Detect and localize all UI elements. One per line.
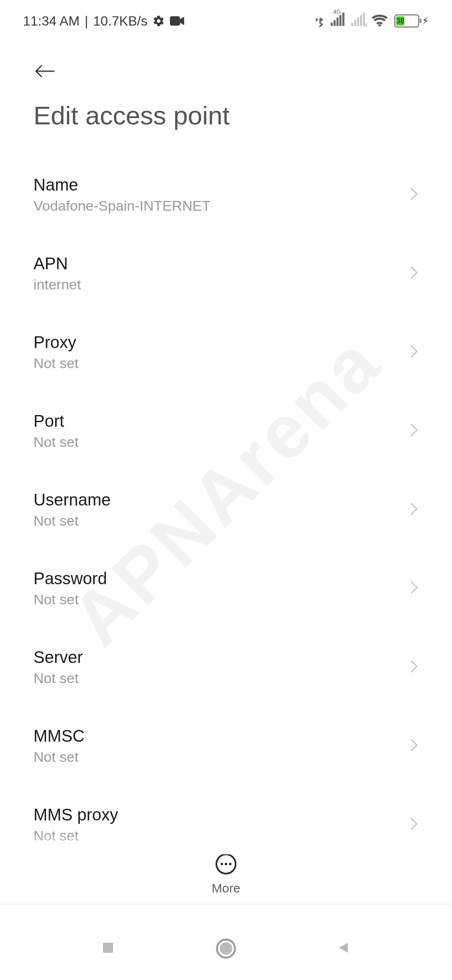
nav-home-button[interactable]: [216, 939, 236, 959]
setting-row-apn[interactable]: APNinternet: [33, 234, 419, 313]
scroll-fade: [0, 833, 452, 854]
setting-value: Not set: [33, 670, 83, 686]
status-bar: 11:34 AM | 10.7KB/s 4G: [0, 0, 452, 42]
setting-row-port[interactable]: PortNot set: [33, 392, 419, 470]
chevron-right-icon: [408, 815, 419, 834]
setting-value: internet: [33, 276, 81, 293]
chevron-right-icon: [408, 186, 419, 204]
setting-row-name[interactable]: NameVodafone-Spain-INTERNET: [33, 155, 419, 234]
bluetooth-icon: [315, 14, 324, 28]
chevron-right-icon: [408, 422, 419, 440]
chevron-right-icon: [408, 658, 419, 676]
setting-label: Server: [33, 648, 83, 667]
battery-icon: 38 ⚡︎: [394, 14, 429, 28]
navigation-bar: [0, 917, 452, 980]
camera-icon: [170, 16, 184, 26]
setting-label: Password: [33, 569, 107, 588]
signal-no-sim-icon: ✕: [351, 14, 365, 28]
setting-value: Not set: [33, 749, 85, 765]
nav-back-button[interactable]: [336, 940, 352, 957]
setting-row-proxy[interactable]: ProxyNot set: [33, 313, 419, 392]
setting-row-username[interactable]: UsernameNot set: [33, 470, 419, 549]
chevron-right-icon: [408, 343, 419, 361]
setting-label: Proxy: [33, 333, 79, 352]
setting-row-server[interactable]: ServerNot set: [33, 628, 419, 707]
setting-row-mmsc[interactable]: MMSCNot set: [33, 707, 419, 785]
settings-list: NameVodafone-Spain-INTERNETAPNinternetPr…: [0, 155, 452, 864]
chevron-right-icon: [408, 500, 419, 519]
setting-value: Not set: [33, 355, 79, 371]
more-label: More: [212, 881, 240, 895]
svg-rect-1: [103, 943, 113, 953]
chevron-right-icon: [408, 579, 419, 598]
setting-row-password[interactable]: PasswordNot set: [33, 549, 419, 628]
nav-recent-button[interactable]: [100, 940, 116, 957]
status-separator: |: [85, 13, 88, 29]
setting-label: APN: [33, 254, 81, 273]
wifi-icon: [372, 15, 388, 27]
charging-icon: ⚡︎: [422, 15, 429, 27]
setting-label: Port: [33, 412, 79, 431]
setting-label: Username: [33, 490, 111, 509]
setting-value: Vodafone-Spain-INTERNET: [33, 198, 211, 214]
signal-4g-icon: 4G: [331, 14, 344, 28]
setting-value: Not set: [33, 434, 79, 450]
gear-icon: [152, 15, 165, 27]
setting-label: MMS proxy: [33, 805, 118, 824]
page-title: Edit access point: [33, 101, 419, 130]
status-time: 11:34 AM: [23, 13, 80, 29]
setting-value: Not set: [33, 513, 111, 529]
status-speed: 10.7KB/s: [93, 13, 148, 29]
setting-value: Not set: [33, 591, 107, 608]
svg-rect-0: [170, 16, 180, 26]
setting-label: MMSC: [33, 727, 85, 745]
back-button[interactable]: [33, 54, 58, 88]
signal-4g-label: 4G: [333, 8, 341, 15]
chevron-right-icon: [408, 737, 419, 755]
setting-label: Name: [33, 175, 211, 194]
chevron-right-icon: [408, 264, 419, 283]
